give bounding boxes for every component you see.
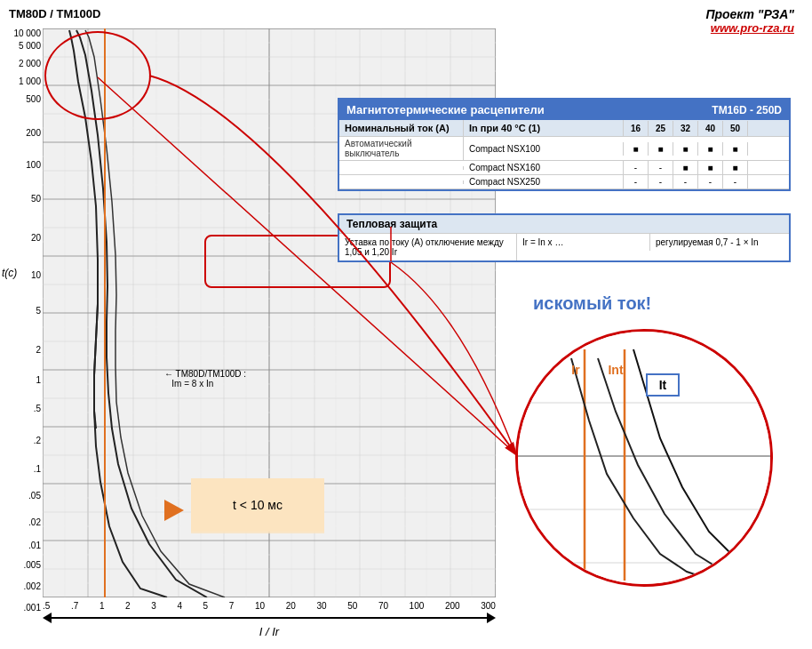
x-label-20: 20 — [286, 601, 296, 611]
table-row-nsx160: Compact NSX160 - - ■ ■ ■ — [339, 161, 789, 175]
y-label-0.02: .02 — [28, 517, 41, 527]
thermal-box: Тепловая защита Уставка по току (А) откл… — [338, 213, 791, 262]
y-label-5: 5 — [36, 306, 41, 316]
y-label-10000: 10 000 — [13, 28, 41, 38]
x-label-50: 50 — [347, 601, 357, 611]
y-label-0.002: .002 — [24, 581, 41, 591]
info-table-header: Магнитотермические расцепители TM16D - 2… — [339, 100, 789, 120]
thermal-row: Уставка по току (А) отключение между 1,0… — [339, 233, 789, 260]
x-axis-title: I / Ir — [43, 625, 496, 638]
y-label-500: 500 — [26, 94, 41, 104]
table-row-nsx100: Автоматический выключатель Compact NSX10… — [339, 137, 789, 161]
nsx100-50: ■ — [723, 142, 748, 156]
col-in-40: In при 40 °C (1) — [464, 120, 624, 136]
col-40: 40 — [698, 121, 723, 136]
info-table-subheader: Номинальный ток (А) In при 40 °C (1) 16 … — [339, 120, 789, 137]
svg-text:It: It — [659, 378, 667, 392]
x-axis: .5 .7 1 2 3 4 5 7 10 20 30 50 70 100 200… — [43, 601, 496, 611]
nsx160-50: ■ — [723, 161, 748, 174]
x-label-300: 300 — [481, 601, 496, 611]
avt-vykl-label: Автоматический выключатель — [339, 137, 464, 160]
col-values-header: 16 25 32 40 50 — [624, 121, 789, 136]
info-table-header-left: Магнитотермические расцепители — [346, 103, 545, 116]
nsx100-32: ■ — [673, 142, 698, 156]
nsx160-32: ■ — [673, 161, 698, 174]
y-label-1000: 1 000 — [19, 76, 41, 86]
nsx250-value: Compact NSX250 — [464, 175, 624, 188]
col-16: 16 — [624, 121, 649, 136]
nsx160-25: - — [649, 161, 673, 174]
nsx250-name — [339, 180, 464, 184]
nsx160-16: - — [624, 161, 649, 174]
thermal-header: Тепловая защита — [339, 215, 789, 233]
y-label-5000: 5 000 — [19, 41, 41, 51]
magnified-circle: It Ir Int — [515, 329, 773, 587]
annotation-circle-top — [44, 31, 151, 120]
svg-rect-65 — [518, 332, 773, 587]
y-label-0.1: .1 — [34, 464, 41, 474]
table-row-nsx250: Compact NSX250 - - - - - — [339, 175, 789, 189]
y-label-200: 200 — [26, 128, 41, 138]
nsx250-50: - — [723, 175, 748, 188]
nsx100-value: Compact NSX100 — [464, 142, 624, 156]
x-label-100: 100 — [410, 601, 425, 611]
nsx160-name — [339, 166, 464, 170]
project-url: www.pro-rza.ru — [705, 21, 794, 35]
col-32: 32 — [673, 121, 698, 136]
x-label-0.7: .7 — [71, 601, 78, 611]
y-label-10: 10 — [31, 270, 41, 280]
magnified-svg: It Ir Int — [518, 332, 773, 587]
info-table-header-right: TM16D - 250D — [712, 104, 782, 116]
svg-text:Ir: Ir — [571, 363, 580, 377]
x-label-1: 1 — [100, 601, 105, 611]
thermal-col2: Ir = In x … — [517, 234, 650, 251]
y-axis: 10 000 5 000 2 000 1 000 500 200 100 50 … — [0, 28, 43, 597]
thermal-col1: Уставка по току (А) отключение между 1,0… — [339, 234, 517, 260]
y-axis-title: t(c) — [2, 267, 17, 279]
y-label-1: 1 — [36, 375, 41, 385]
y-label-0.5: .5 — [34, 404, 41, 413]
x-label-5: 5 — [203, 601, 209, 611]
col-25: 25 — [649, 121, 673, 136]
nsx100-16: ■ — [624, 142, 649, 156]
tbox-label: t < 10 мс — [233, 498, 283, 512]
y-label-100: 100 — [26, 160, 41, 170]
tm-label: ← TM80D/TM100D : Im = 8 x In — [164, 369, 246, 389]
nsx100-cells: ■ ■ ■ ■ ■ — [624, 142, 789, 156]
title-left: TM80D / TM100D — [9, 7, 100, 20]
thermal-col3: регулируемая 0,7 - 1 × In — [650, 234, 789, 251]
col-nom-tok: Номинальный ток (А) — [339, 120, 464, 136]
svg-text:Int: Int — [608, 363, 623, 377]
x-label-10: 10 — [255, 601, 265, 611]
nsx160-40: ■ — [698, 161, 723, 174]
iskomyi-label: искомый ток! — [533, 293, 651, 314]
col-50: 50 — [723, 121, 748, 136]
x-label-4: 4 — [177, 601, 182, 611]
x-label-3: 3 — [151, 601, 156, 611]
y-label-0.05: .05 — [28, 491, 41, 501]
main-container: TM80D / TM100D Проект "РЗА" www.pro-rza.… — [0, 0, 812, 649]
orange-arrow — [164, 500, 184, 521]
nsx160-value: Compact NSX160 — [464, 161, 624, 174]
x-label-0.5: .5 — [43, 601, 50, 611]
x-label-2: 2 — [125, 601, 131, 611]
nsx160-cells: - - ■ ■ ■ — [624, 161, 789, 174]
x-label-70: 70 — [378, 601, 388, 611]
y-label-0.2: .2 — [34, 436, 41, 445]
project-title: Проект "РЗА" — [705, 7, 794, 21]
x-axis-line-container: I / Ir — [43, 613, 496, 638]
nsx250-32: - — [673, 175, 698, 188]
y-label-50: 50 — [31, 194, 41, 204]
nsx250-cells: - - - - - — [624, 175, 789, 188]
nsx100-40: ■ — [698, 142, 723, 156]
title-right: Проект "РЗА" www.pro-rza.ru — [705, 7, 794, 35]
info-table: Магнитотермические расцепители TM16D - 2… — [338, 98, 791, 191]
x-label-30: 30 — [316, 601, 326, 611]
y-label-20: 20 — [31, 233, 41, 243]
x-label-7: 7 — [229, 601, 235, 611]
tbox: t < 10 мс — [191, 478, 324, 532]
y-label-0.005: .005 — [24, 560, 41, 570]
y-label-0.01: .01 — [28, 541, 41, 550]
nsx250-16: - — [624, 175, 649, 188]
y-label-0.001: .001 — [24, 603, 41, 613]
